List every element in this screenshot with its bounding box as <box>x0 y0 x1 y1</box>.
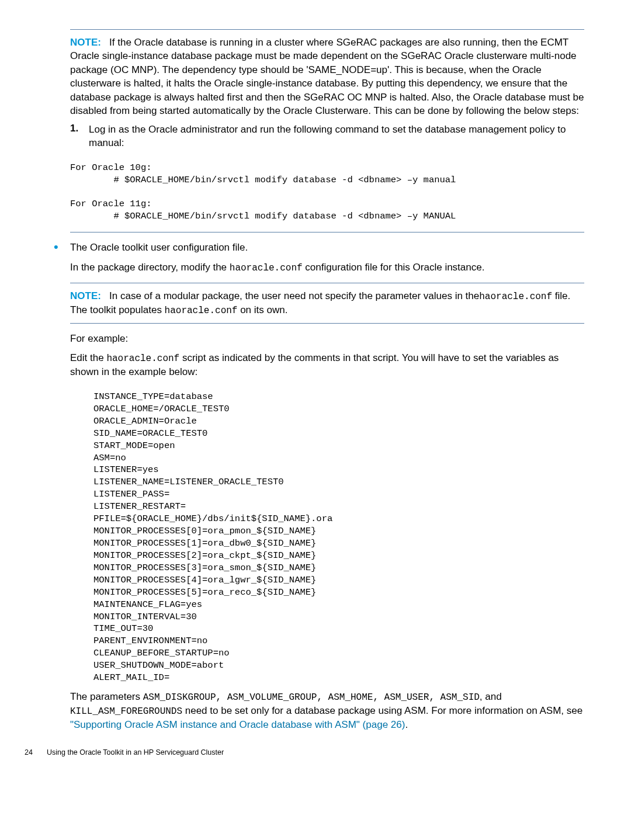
example-code: INSTANCE_TYPE=database ORACLE_HOME=/ORAC… <box>93 391 584 684</box>
step-text: Log in as the Oracle administrator and r… <box>89 124 566 148</box>
note2-label: NOTE: <box>70 290 101 301</box>
bullet-item: • The Oracle toolkit user configuration … <box>54 241 584 688</box>
note2-text-c: on its own. <box>237 304 287 315</box>
closing-a: The parameters <box>70 691 143 702</box>
bullet-line1: The Oracle toolkit user configuration fi… <box>70 241 584 254</box>
bullet-line2-mono: haoracle.conf <box>230 263 303 273</box>
page-footer: 24Using the Oracle Toolkit in an HP Serv… <box>25 748 584 756</box>
step-number: 1. <box>70 123 78 134</box>
example-mono: haoracle.conf <box>106 353 179 364</box>
bullet-line2-b: configuration file for this Oracle insta… <box>303 262 485 273</box>
closing-b: , and <box>480 691 502 702</box>
example-heading: For example: <box>70 332 584 345</box>
closing-c: need to be set only for a database packa… <box>182 705 583 716</box>
note-block-2: NOTE: In case of a modular package, the … <box>70 283 584 324</box>
closing-d: . <box>405 719 408 730</box>
example-line-a: Edit the <box>70 352 106 363</box>
bullet-icon: • <box>54 241 70 688</box>
closing-m1: ASM_DISKGROUP, ASM_VOLUME_GROUP, ASM_HOM… <box>143 692 480 703</box>
bullet-line2-a: In the package directory, modify the <box>70 262 230 273</box>
example-line: Edit the haoracle.conf script as indicat… <box>70 351 584 379</box>
note2-paragraph: NOTE: In case of a modular package, the … <box>70 289 584 317</box>
note-block-1: NOTE: If the Oracle database is running … <box>70 29 584 232</box>
bullet-line2: In the package directory, modify the hao… <box>70 261 584 275</box>
note2-text-a: In case of a modular package, the user n… <box>109 290 479 301</box>
note1-text: If the Oracle database is running in a c… <box>70 37 584 116</box>
footer-text: Using the Oracle Toolkit in an HP Servic… <box>47 748 224 756</box>
note1-code: For Oracle 10g: # $ORACLE_HOME/bin/srvct… <box>70 162 584 223</box>
note1-step-1: 1. Log in as the Oracle administrator an… <box>70 123 584 150</box>
note2-mono2: haoracle.conf <box>165 306 238 316</box>
note1-label: NOTE: <box>70 37 101 48</box>
closing-m2: KILL_ASM_FOREGROUNDS <box>70 706 182 717</box>
note1-paragraph: NOTE: If the Oracle database is running … <box>70 36 584 118</box>
footer-page-number: 24 <box>25 748 47 756</box>
note2-mono1: haoracle.conf <box>479 291 552 302</box>
closing-link[interactable]: "Supporting Oracle ASM instance and Orac… <box>70 719 405 730</box>
closing-paragraph: The parameters ASM_DISKGROUP, ASM_VOLUME… <box>70 690 584 732</box>
